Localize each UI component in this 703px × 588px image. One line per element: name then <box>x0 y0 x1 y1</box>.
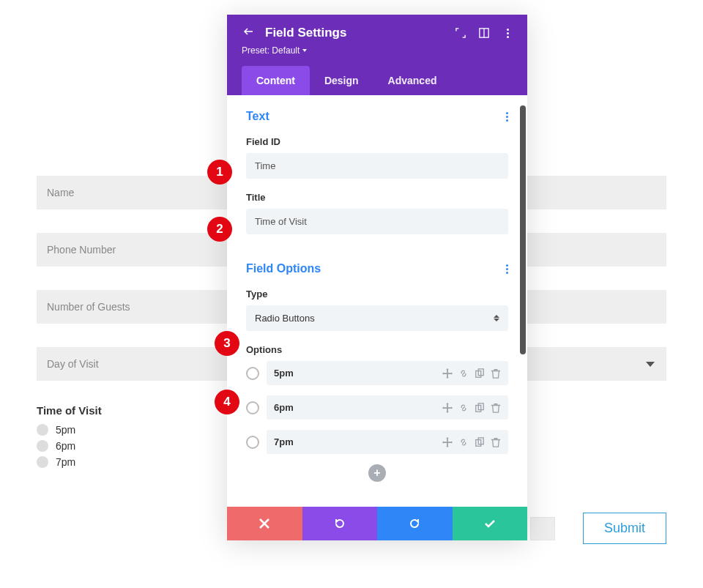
panel-tabs: Content Design Advanced <box>242 66 513 95</box>
panel-footer <box>227 507 527 540</box>
radio-icon[interactable] <box>246 367 259 380</box>
link-icon[interactable] <box>458 368 469 379</box>
copy-icon[interactable] <box>475 368 485 379</box>
panel-layout-icon[interactable] <box>479 28 489 38</box>
trash-icon[interactable] <box>491 437 501 447</box>
field-id-input[interactable] <box>246 153 508 179</box>
title-label: Title <box>246 192 508 203</box>
option-input[interactable]: 5pm <box>267 361 508 385</box>
section-heading-field-options: Field Options <box>246 262 321 275</box>
option-row: 6pm <box>246 395 508 420</box>
panel-header: Field Settings Preset: Default Content D… <box>227 15 527 95</box>
section-field-options: Field Options Type Radio Buttons Options… <box>246 248 508 482</box>
type-value: Radio Buttons <box>255 313 315 324</box>
annotation-badge-1: 1 <box>207 160 232 185</box>
scrollbar[interactable] <box>520 105 526 354</box>
panel-body: Text Field ID Title Field Options Type R… <box>227 95 527 507</box>
option-input[interactable]: 6pm <box>267 395 508 420</box>
undo-button[interactable] <box>302 507 378 540</box>
expand-icon[interactable] <box>455 28 466 38</box>
link-icon[interactable] <box>458 403 469 413</box>
move-icon[interactable] <box>442 368 453 379</box>
cancel-button[interactable] <box>227 507 302 540</box>
tab-design[interactable]: Design <box>310 66 373 95</box>
trash-icon[interactable] <box>491 368 501 379</box>
add-option-button[interactable]: + <box>368 464 386 482</box>
type-select[interactable]: Radio Buttons <box>246 305 508 331</box>
section-heading-text: Text <box>246 110 269 123</box>
radio-icon[interactable] <box>246 436 259 449</box>
panel-title: Field Settings <box>265 26 445 40</box>
options-label: Options <box>246 344 508 355</box>
tab-content[interactable]: Content <box>242 66 310 95</box>
save-button[interactable] <box>453 507 528 540</box>
title-input[interactable] <box>246 209 508 234</box>
section-menu-icon[interactable] <box>506 264 508 274</box>
section-menu-icon[interactable] <box>506 112 508 122</box>
copy-icon[interactable] <box>475 403 485 413</box>
tab-advanced[interactable]: Advanced <box>373 66 452 95</box>
section-text: Text Field ID Title <box>246 95 508 248</box>
radio-icon <box>37 424 48 436</box>
preset-dropdown[interactable]: Preset: Default <box>242 45 513 56</box>
option-row: 7pm <box>246 430 508 454</box>
radio-icon[interactable] <box>246 401 259 414</box>
back-icon[interactable] <box>242 25 255 41</box>
option-input[interactable]: 7pm <box>267 430 508 454</box>
radio-icon <box>37 456 48 468</box>
annotation-badge-2: 2 <box>207 217 232 242</box>
radio-icon <box>37 440 48 452</box>
move-icon[interactable] <box>442 437 453 447</box>
move-icon[interactable] <box>442 403 453 413</box>
link-icon[interactable] <box>458 437 469 447</box>
option-row: 5pm <box>246 361 508 385</box>
select-arrow-icon <box>494 315 499 321</box>
more-icon[interactable] <box>502 28 513 38</box>
field-settings-panel: Field Settings Preset: Default Content D… <box>227 15 527 540</box>
submit-button[interactable]: Submit <box>583 513 666 544</box>
field-id-label: Field ID <box>246 136 508 147</box>
captcha-input[interactable] <box>530 517 555 540</box>
redo-button[interactable] <box>377 507 453 540</box>
copy-icon[interactable] <box>475 437 485 447</box>
annotation-badge-3: 3 <box>215 331 239 356</box>
annotation-badge-4: 4 <box>215 390 239 414</box>
trash-icon[interactable] <box>491 403 501 413</box>
type-label: Type <box>246 289 508 299</box>
